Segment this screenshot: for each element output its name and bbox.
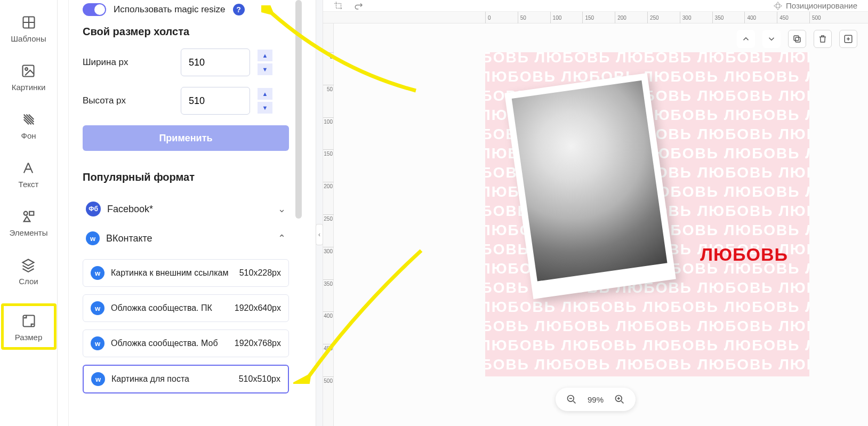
collapse-panel-button[interactable]: ‹ — [316, 224, 323, 245]
facebook-badge-icon: Фб — [86, 202, 101, 216]
bg-word-row: ЛЮБОВЬ ЛЮБОВЬ ЛЮБОВЬ ЛЮБОВЬ ЛЮБОВЬ ЛЮБОВ… — [485, 356, 809, 373]
svg-rect-1 — [23, 66, 34, 77]
bg-word-row: ЛЮБОВЬ ЛЮБОВЬ ЛЮБОВЬ ЛЮБОВЬ ЛЮБОВЬ ЛЮБОВ… — [485, 337, 809, 354]
redo-icon[interactable] — [354, 1, 364, 11]
svg-point-3 — [23, 212, 27, 215]
zoom-bar: 99% — [556, 388, 636, 411]
elements-icon — [21, 209, 36, 224]
height-label: Высота px — [83, 95, 173, 106]
preset-name: Картинка к внешним ссылкам — [111, 268, 233, 278]
preset-vk-cover-mobile[interactable]: w Обложка сообщества. Моб 1920x768px — [83, 329, 289, 357]
magic-resize-row: Использовать magic resize ? — [83, 0, 289, 26]
vk-badge-icon: w — [86, 231, 100, 245]
preset-size: 510x510px — [239, 374, 280, 384]
nav-label: Фон — [21, 131, 36, 140]
nav-elements[interactable]: Элементы — [10, 209, 48, 237]
chevron-down-icon: ⌄ — [278, 203, 286, 215]
crop-icon[interactable] — [334, 1, 343, 11]
canvas[interactable]: ЛЮБОВЬ ЛЮБОВЬ ЛЮБОВЬ ЛЮБОВЬ ЛЮБОВЬ ЛЮБОВ… — [485, 52, 809, 376]
vk-badge-icon: w — [91, 266, 105, 280]
width-decrease-button[interactable]: ▼ — [258, 63, 272, 75]
zoom-out-button[interactable] — [564, 392, 579, 407]
layers-icon — [21, 258, 36, 272]
bg-word-row: ЛЮБОВЬ ЛЮБОВЬ ЛЮБОВЬ ЛЮБОВЬ ЛЮБОВЬ ЛЮБОВ… — [485, 318, 809, 335]
images-icon — [21, 63, 36, 78]
width-input[interactable] — [181, 49, 250, 76]
magic-resize-label: Использовать magic resize — [114, 4, 226, 15]
nav-label: Шаблоны — [11, 34, 46, 43]
svg-rect-7 — [794, 36, 799, 41]
svg-rect-4 — [29, 212, 34, 215]
photo-content — [512, 81, 668, 282]
width-spinner: ▲ ▼ — [258, 50, 272, 75]
delete-page-button[interactable] — [814, 30, 832, 48]
page-actions — [737, 30, 857, 48]
zoom-in-button[interactable] — [612, 392, 627, 407]
preset-name: Обложка сообщества. ПК — [111, 303, 228, 314]
height-increase-button[interactable]: ▲ — [258, 88, 272, 100]
magic-resize-toggle[interactable] — [83, 3, 106, 16]
ruler-horizontal: 050100150200250300350400450500 — [323, 12, 868, 23]
nav-size[interactable]: Размер — [1, 303, 57, 350]
nav-layers[interactable]: Слои — [19, 258, 38, 286]
height-input[interactable] — [181, 87, 250, 115]
size-icon — [21, 314, 36, 328]
svg-rect-6 — [795, 37, 800, 42]
width-increase-button[interactable]: ▲ — [258, 50, 272, 61]
page-up-button[interactable] — [737, 30, 755, 48]
bg-word-row: ЛЮБОВЬ ЛЮБОВЬ ЛЮБОВЬ ЛЮБОВЬ ЛЮБОВЬ ЛЮБОВ… — [485, 299, 809, 316]
height-spinner: ▲ ▼ — [258, 88, 272, 114]
nav-text[interactable]: Текст — [19, 160, 39, 189]
left-nav: Шаблоны Картинки Фон Текст Элементы Слои… — [0, 0, 58, 426]
polaroid-photo[interactable] — [504, 73, 676, 299]
preset-size: 1920x768px — [235, 339, 281, 348]
ruler-vertical: 050100150200250300350400450500 — [323, 23, 334, 426]
background-icon — [21, 112, 36, 127]
preset-name: Обложка сообщества. Моб — [111, 338, 228, 349]
format-group-label: ВКонтакте — [106, 233, 152, 244]
nav-background[interactable]: Фон — [21, 112, 36, 140]
preset-name: Картинка для поста — [111, 374, 232, 384]
page-down-button[interactable] — [762, 30, 781, 48]
zoom-value: 99% — [588, 395, 604, 404]
top-toolbar: Позиционирование — [323, 0, 868, 12]
height-row: Высота px ▲ ▼ — [83, 87, 289, 115]
nav-label: Размер — [15, 333, 43, 342]
positioning-label: Позиционирование — [786, 1, 857, 10]
svg-rect-5 — [23, 316, 34, 327]
nav-label: Слои — [19, 277, 38, 286]
copy-page-button[interactable] — [788, 30, 806, 48]
popular-format-title: Популярный формат — [83, 171, 289, 183]
nav-label: Элементы — [10, 228, 48, 237]
preset-vk-cover-desktop[interactable]: w Обложка сообщества. ПК 1920x640px — [83, 294, 289, 322]
chevron-up-icon: ⌃ — [278, 232, 286, 244]
size-panel: Использовать magic resize ? Свой размер … — [68, 0, 303, 426]
format-group-vkontakte[interactable]: w ВКонтакте ⌃ — [83, 224, 289, 253]
nav-images[interactable]: Картинки — [12, 63, 46, 92]
bg-word-row: ЛЮБОВЬ ЛЮБОВЬ ЛЮБОВЬ ЛЮБОВЬ ЛЮБОВЬ ЛЮБОВ… — [485, 52, 809, 66]
height-decrease-button[interactable]: ▼ — [258, 102, 272, 114]
templates-icon — [21, 15, 36, 30]
nav-label: Картинки — [12, 83, 46, 92]
add-page-button[interactable] — [839, 30, 857, 48]
apply-button[interactable]: Применить — [83, 125, 289, 151]
nav-templates[interactable]: Шаблоны — [11, 15, 46, 43]
format-group-facebook[interactable]: Фб Facebook* ⌄ — [83, 194, 289, 224]
format-group-label: Facebook* — [107, 204, 153, 215]
panel-scrollbar[interactable] — [295, 0, 302, 219]
help-icon[interactable]: ? — [233, 4, 245, 15]
workspace: Позиционирование 05010015020025030035040… — [323, 0, 868, 426]
preset-vk-external-link[interactable]: w Картинка к внешним ссылкам 510x228px — [83, 259, 289, 287]
text-icon — [21, 160, 36, 175]
vk-badge-icon: w — [91, 336, 105, 350]
vk-badge-icon: w — [91, 301, 105, 315]
preset-list: w Картинка к внешним ссылкам 510x228px w… — [83, 259, 289, 393]
preset-size: 510x228px — [239, 268, 281, 278]
preset-vk-post-image[interactable]: w Картинка для поста 510x510px — [83, 365, 289, 393]
bg-word-row: ЛЮБОВЬ ЛЮБОВЬ ЛЮБОВЬ ЛЮБОВЬ ЛЮБОВЬ ЛЮБОВ… — [485, 375, 809, 376]
width-label: Ширина px — [83, 57, 173, 68]
width-row: Ширина px ▲ ▼ — [83, 49, 289, 76]
positioning-button[interactable]: Позиционирование — [773, 1, 857, 11]
headline-text[interactable]: ЛЮБОВЬ — [700, 244, 788, 265]
svg-point-2 — [26, 68, 28, 70]
